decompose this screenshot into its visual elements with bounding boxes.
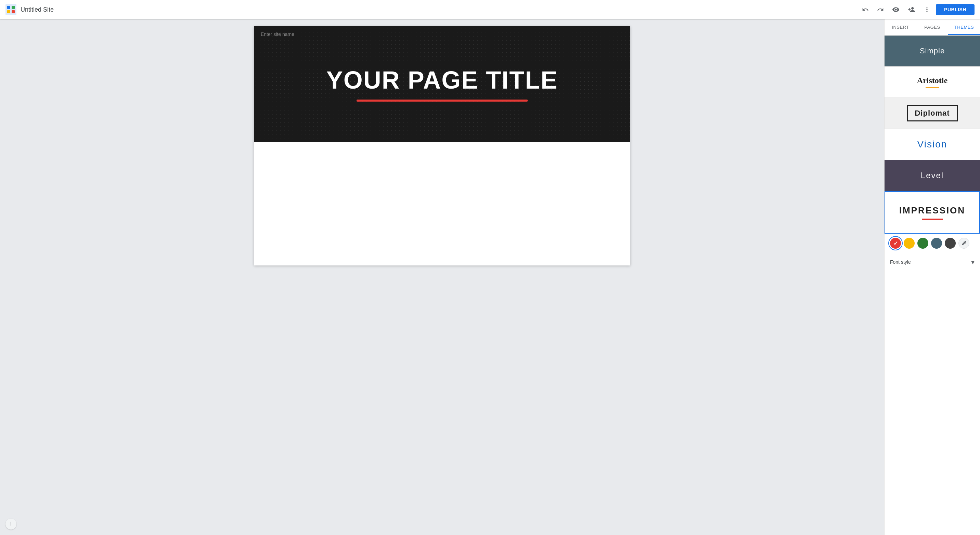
theme-aristotle-label: Aristotle — [917, 76, 948, 85]
status-bar: ! — [5, 519, 16, 530]
themes-list: Simple Aristotle Diplomat — [885, 36, 980, 535]
preview-button[interactable] — [889, 3, 902, 16]
hero-underline — [356, 100, 528, 102]
theme-level[interactable]: Level — [885, 160, 980, 191]
theme-vision-label: Vision — [917, 139, 948, 150]
theme-impression-accent — [922, 219, 943, 220]
swatch-red[interactable]: ✓ — [890, 238, 901, 249]
theme-simple[interactable]: Simple — [885, 36, 980, 67]
theme-simple-preview: Simple — [885, 36, 980, 67]
site-title: Untitled Site — [21, 6, 859, 13]
warning-icon: ! — [10, 521, 12, 528]
hero-inner: YOUR PAGE TITLE — [326, 67, 558, 101]
more-button[interactable] — [921, 3, 933, 16]
publish-button[interactable]: PUBLISH — [936, 4, 975, 15]
topbar: Untitled Site PUBLISH — [0, 0, 980, 19]
theme-level-preview: Level — [885, 160, 980, 191]
theme-impression-preview: IMPRESSION — [885, 192, 979, 233]
undo-button[interactable] — [859, 3, 872, 16]
tab-pages[interactable]: PAGES — [916, 19, 948, 35]
svg-rect-3 — [7, 10, 10, 13]
swatch-dark[interactable] — [945, 238, 956, 249]
right-panel: INSERT PAGES THEMES Simple Aristotle — [884, 19, 980, 535]
hero-title[interactable]: YOUR PAGE TITLE — [326, 67, 558, 94]
theme-diplomat-preview: Diplomat — [885, 98, 980, 129]
warning-button[interactable]: ! — [5, 519, 16, 530]
theme-diplomat-label: Diplomat — [915, 109, 950, 117]
theme-simple-label: Simple — [920, 46, 945, 56]
swatch-yellow[interactable] — [904, 238, 915, 249]
tab-themes[interactable]: THEMES — [948, 19, 980, 35]
add-user-button[interactable] — [905, 3, 918, 16]
theme-vision-preview: Vision — [885, 129, 980, 160]
theme-aristotle-preview: Aristotle — [885, 67, 980, 97]
chevron-down-icon: ▾ — [971, 258, 975, 266]
site-name-placeholder[interactable]: Enter site name — [261, 32, 294, 37]
theme-impression-label: IMPRESSION — [899, 205, 965, 216]
swatch-teal[interactable] — [931, 238, 942, 249]
topbar-actions: PUBLISH — [859, 3, 975, 16]
site-canvas: Enter site name YOUR PAGE TITLE — [254, 26, 630, 265]
canvas-area: Enter site name YOUR PAGE TITLE — [0, 19, 884, 535]
theme-impression[interactable]: IMPRESSION — [885, 191, 980, 233]
hero-section: Enter site name YOUR PAGE TITLE — [254, 26, 630, 142]
app-logo — [5, 4, 16, 15]
font-style-label: Font style — [890, 259, 911, 265]
main-content: Enter site name YOUR PAGE TITLE INSERT P… — [0, 19, 980, 535]
swatch-custom-color[interactable] — [958, 238, 969, 249]
theme-level-label: Level — [921, 171, 944, 180]
svg-rect-1 — [7, 6, 10, 9]
theme-vision[interactable]: Vision — [885, 129, 980, 160]
theme-aristotle-accent — [926, 87, 939, 88]
tab-insert[interactable]: INSERT — [885, 19, 916, 35]
redo-button[interactable] — [874, 3, 886, 16]
svg-rect-2 — [12, 6, 15, 9]
color-swatches: ✓ — [885, 233, 980, 253]
font-style-row[interactable]: Font style ▾ — [885, 253, 980, 271]
theme-diplomat[interactable]: Diplomat — [885, 98, 980, 129]
svg-rect-0 — [5, 4, 16, 15]
content-section — [254, 142, 630, 265]
theme-aristotle[interactable]: Aristotle — [885, 67, 980, 98]
svg-rect-4 — [12, 10, 15, 13]
theme-diplomat-box: Diplomat — [907, 105, 958, 121]
swatch-check: ✓ — [893, 240, 898, 247]
panel-tabs: INSERT PAGES THEMES — [885, 19, 980, 36]
swatch-green[interactable] — [917, 238, 928, 249]
